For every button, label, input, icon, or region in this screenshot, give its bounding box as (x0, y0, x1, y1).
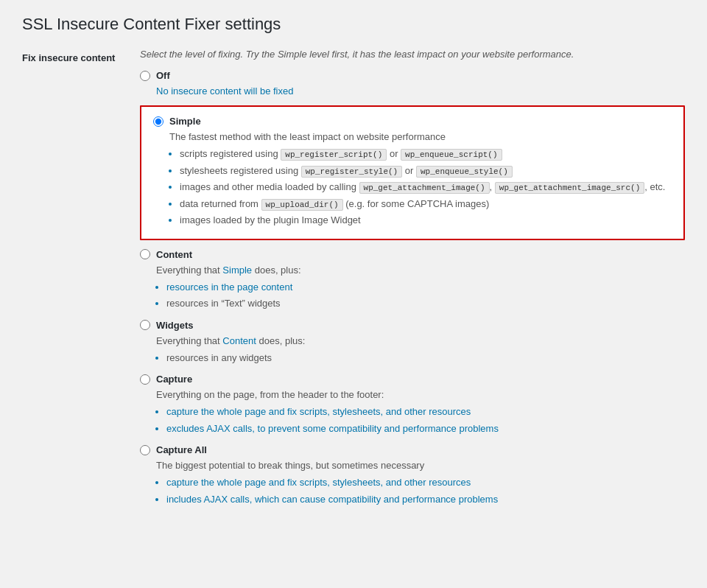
widgets-content-link: Content (222, 335, 256, 346)
option-content: Content Everything that Simple does, plu… (140, 249, 685, 311)
code-wp-enqueue-style: wp_enqueue_style() (416, 166, 513, 178)
option-capture-all-label[interactable]: Capture All (156, 444, 207, 455)
option-content-label[interactable]: Content (156, 249, 192, 260)
page-title: SSL Insecure Content Fixer settings (22, 15, 685, 34)
option-widgets-label[interactable]: Widgets (156, 320, 193, 331)
option-simple-list: scripts registered using wp_register_scr… (180, 147, 672, 228)
radio-capture[interactable] (140, 374, 150, 385)
radio-capture-all[interactable] (140, 445, 150, 455)
option-widgets-desc: Everything that Content does, plus: (156, 335, 685, 346)
radio-content[interactable] (140, 249, 150, 259)
option-capture-all-desc: The biggest potential to break things, b… (156, 460, 685, 471)
option-capture-all-list: capture the whole page and fix scripts, … (166, 475, 685, 506)
option-simple-desc: The fastest method with the least impact… (169, 131, 672, 142)
option-off-header: Off (140, 70, 685, 81)
option-capture-list: capture the whole page and fix scripts, … (166, 405, 685, 435)
option-widgets: Widgets Everything that Content does, pl… (140, 320, 685, 365)
option-widgets-header: Widgets (140, 320, 685, 331)
capture-bullet-1: capture the whole page and fix scripts, … (166, 405, 685, 419)
option-capture-all: Capture All The biggest potential to bre… (140, 444, 685, 506)
option-off: Off No insecure content will be fixed (140, 70, 685, 97)
code-wp-get-attachment-image: wp_get_attachment_image() (359, 182, 490, 194)
option-off-note: No insecure content will be fixed (156, 85, 685, 97)
capture-all-bullet-2: includes AJAX calls, which can cause com… (166, 492, 685, 507)
option-content-header: Content (140, 249, 685, 260)
option-capture-header: Capture (140, 374, 685, 385)
option-widgets-list: resources in any widgets (166, 351, 685, 365)
content-bullet-1: resources in the page content (166, 280, 685, 295)
option-simple-header: Simple (153, 116, 672, 127)
content-simple-link: Simple (222, 265, 252, 276)
option-capture: Capture Everything on the page, from the… (140, 374, 685, 435)
simple-bullet-3: images and other media loaded by calling… (180, 180, 672, 195)
code-wp-register-style: wp_register_style() (301, 166, 402, 178)
radio-simple[interactable] (153, 116, 163, 127)
radio-off[interactable] (140, 71, 150, 81)
widgets-bullet-1: resources in any widgets (166, 351, 685, 365)
settings-content: Select the level of fixing. Try the Simp… (140, 49, 685, 515)
option-content-list: resources in the page content resources … (166, 280, 685, 311)
option-capture-label[interactable]: Capture (156, 374, 192, 385)
option-capture-desc: Everything on the page, from the header … (156, 389, 685, 400)
code-wp-upload-dir: wp_upload_dir() (261, 199, 343, 211)
simple-bullet-2: stylesheets registered using wp_register… (180, 164, 672, 178)
code-wp-get-attachment-image-src: wp_get_attachment_image_src() (495, 182, 644, 194)
option-simple: Simple The fastest method with the least… (140, 105, 685, 240)
fix-insecure-content-label: Fix insecure content (22, 49, 125, 515)
settings-description: Select the level of fixing. Try the Simp… (140, 49, 685, 60)
code-wp-register-script: wp_register_script() (281, 149, 387, 161)
option-capture-all-header: Capture All (140, 444, 685, 455)
capture-all-bullet-1: capture the whole page and fix scripts, … (166, 475, 685, 490)
option-simple-label[interactable]: Simple (169, 116, 201, 127)
simple-bullet-5: images loaded by the plugin Image Widget (180, 213, 672, 228)
content-bullet-2: resources in “Text” widgets (166, 296, 685, 311)
simple-bullet-4: data returned from wp_upload_dir() (e.g.… (180, 197, 672, 211)
settings-table: Fix insecure content Select the level of… (22, 49, 685, 515)
capture-bullet-2: excludes AJAX calls, to prevent some com… (166, 421, 685, 436)
code-wp-enqueue-script: wp_enqueue_script() (401, 149, 502, 161)
radio-widgets[interactable] (140, 320, 150, 330)
simple-bullet-1: scripts registered using wp_register_scr… (180, 147, 672, 161)
option-content-desc: Everything that Simple does, plus: (156, 265, 685, 276)
option-off-label[interactable]: Off (156, 70, 170, 81)
